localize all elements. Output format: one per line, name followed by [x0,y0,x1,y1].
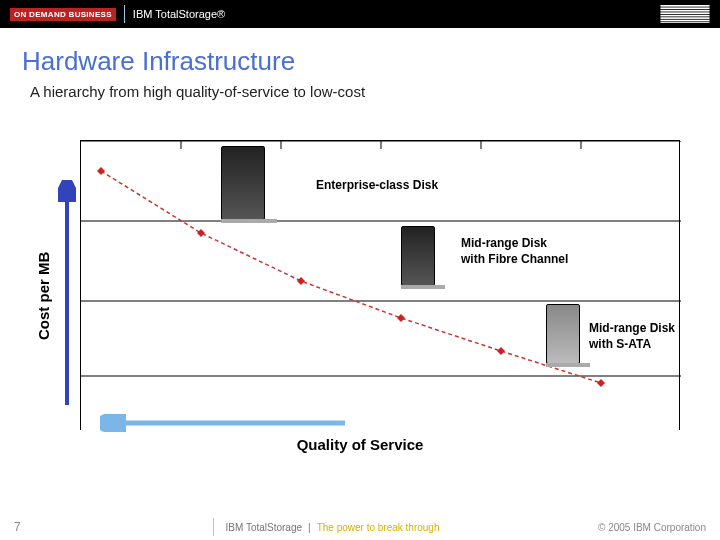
ondemand-badge: ON DEMAND BUSINESS [10,8,116,21]
page-title: Hardware Infrastructure [22,46,720,77]
footer-divider [213,518,214,536]
footer-tagline: The power to break through [317,522,440,533]
band-label-enterprise: Enterprise-class Disk [316,178,438,194]
y-axis-arrow-icon [58,180,76,410]
chart-plot: Enterprise-class Disk Mid-range Disk wit… [80,140,680,430]
svg-rect-3 [660,12,709,14]
page-number: 7 [14,520,54,534]
svg-rect-4 [660,15,709,17]
page-subtitle: A hierarchy from high quality-of-service… [30,83,720,100]
top-bar-left: ON DEMAND BUSINESS IBM TotalStorage® [10,5,225,23]
midrange-fc-server-icon [401,226,445,289]
svg-rect-0 [660,5,709,7]
svg-rect-5 [660,17,709,19]
chart-area: Cost per MB Enterprise-class Disk Mid-ra… [40,140,680,460]
band-label-midrange-sata: Mid-range Disk with S-ATA [589,321,675,352]
top-bar: ON DEMAND BUSINESS IBM TotalStorage® [0,0,720,28]
footer-copyright: © 2005 IBM Corporation [598,522,706,533]
svg-rect-2 [660,10,709,12]
footer-bar: 7 IBM TotalStorage | The power to break … [0,514,720,540]
band-label-midrange-fc: Mid-range Disk with Fibre Channel [461,236,568,267]
svg-rect-1 [660,7,709,9]
svg-rect-6 [660,20,709,22]
topbar-divider [124,5,125,23]
product-name: IBM TotalStorage® [133,8,225,20]
y-axis-label: Cost per MB [35,252,52,340]
footer-center: IBM TotalStorage | The power to break th… [213,518,440,536]
footer-brand: IBM TotalStorage [226,522,303,533]
x-axis-label: Quality of Service [40,436,680,453]
svg-rect-7 [660,22,709,23]
x-axis-arrow-icon [100,414,350,432]
midrange-sata-server-icon [546,304,590,367]
enterprise-server-icon [221,146,277,223]
ibm-logo-icon [660,5,710,23]
